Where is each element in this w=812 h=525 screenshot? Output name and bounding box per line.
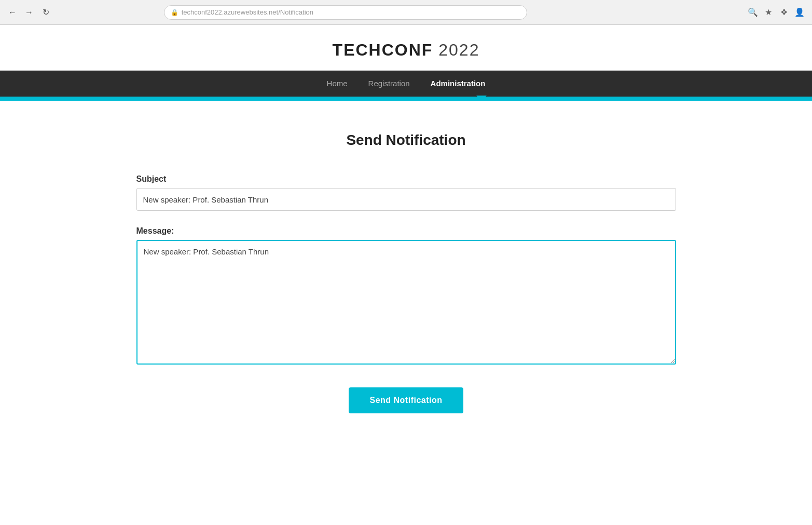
title-bold: TECHCONF bbox=[333, 41, 433, 59]
message-group: Message: New speaker: Prof. Sebastian Th… bbox=[136, 226, 676, 367]
nav-accent-bar bbox=[0, 97, 812, 101]
message-textarea[interactable]: New speaker: Prof. Sebastian Thrun bbox=[136, 240, 676, 365]
forward-button[interactable]: → bbox=[23, 6, 35, 19]
browser-chrome: ← → ↻ 🔒 techconf2022.azurewebsites.net/N… bbox=[0, 0, 812, 25]
nav-link-home[interactable]: Home bbox=[327, 79, 348, 88]
title-year: 2022 bbox=[433, 41, 479, 59]
site-wrapper: TECHCONF 2022 Home Registration Administ… bbox=[0, 25, 812, 525]
address-bar[interactable]: 🔒 techconf2022.azurewebsites.net/Notific… bbox=[164, 5, 527, 20]
profile-icon[interactable]: 👤 bbox=[793, 6, 806, 19]
back-button[interactable]: ← bbox=[6, 6, 19, 19]
nav-link-administration[interactable]: Administration bbox=[431, 79, 486, 88]
nav-list: Home Registration Administration bbox=[0, 71, 812, 97]
search-icon[interactable]: 🔍 bbox=[747, 6, 759, 19]
nav-link-registration[interactable]: Registration bbox=[368, 79, 410, 88]
subject-label: Subject bbox=[136, 174, 676, 184]
site-header: TECHCONF 2022 bbox=[0, 25, 812, 71]
browser-actions: 🔍 ★ ❖ 👤 bbox=[747, 6, 806, 19]
nav-indicator bbox=[476, 96, 487, 101]
site-nav: Home Registration Administration bbox=[0, 71, 812, 97]
subject-group: Subject bbox=[136, 174, 676, 211]
subject-input[interactable] bbox=[136, 188, 676, 211]
bookmark-icon[interactable]: ★ bbox=[762, 6, 775, 19]
nav-item-administration[interactable]: Administration bbox=[431, 71, 486, 97]
page-title: Send Notification bbox=[136, 132, 676, 149]
nav-item-registration[interactable]: Registration bbox=[368, 71, 410, 97]
nav-item-home[interactable]: Home bbox=[327, 71, 348, 97]
refresh-button[interactable]: ↻ bbox=[39, 6, 52, 19]
main-content: Send Notification Subject Message: New s… bbox=[95, 101, 718, 455]
address-text: techconf2022.azurewebsites.net/Notificat… bbox=[182, 8, 313, 16]
lock-icon: 🔒 bbox=[171, 9, 178, 16]
send-notification-button[interactable]: Send Notification bbox=[349, 387, 463, 413]
message-label: Message: bbox=[136, 226, 676, 236]
extensions-icon[interactable]: ❖ bbox=[778, 6, 790, 19]
site-title: TECHCONF 2022 bbox=[0, 41, 812, 60]
